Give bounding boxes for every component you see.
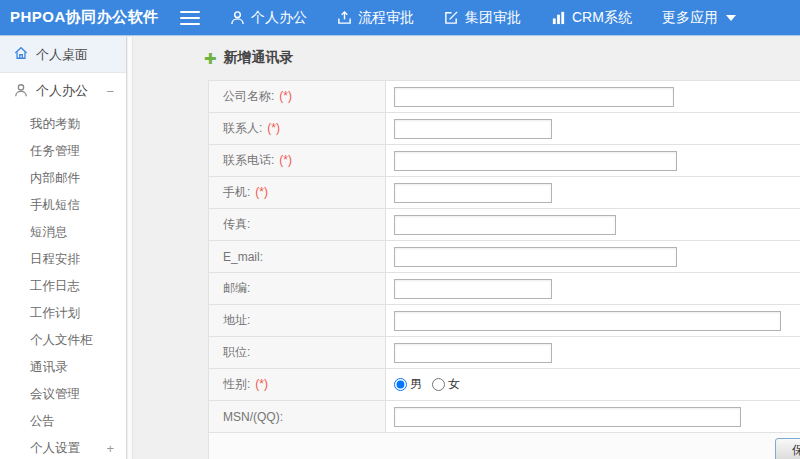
sidebar-item-meeting-management[interactable]: 会议管理	[0, 381, 126, 408]
nav-label: 流程审批	[358, 9, 414, 27]
top-nav: 个人办公 流程审批 集团审批 CRM系统	[230, 9, 736, 27]
sidebar-item-my-attendance[interactable]: 我的考勤	[0, 111, 126, 138]
field-label: 职位:	[223, 345, 250, 359]
form-row-zip: 邮编:	[209, 273, 800, 305]
nav-personal-office[interactable]: 个人办公	[230, 9, 307, 27]
form-row-msn: MSN/(QQ):	[209, 401, 800, 433]
sidebar-item-address-book[interactable]: 通讯录	[0, 354, 126, 381]
contact-person-input[interactable]	[394, 119, 552, 139]
field-label: 性别:	[223, 377, 250, 391]
required-mark: (*)	[255, 377, 268, 391]
fax-input[interactable]	[394, 215, 616, 235]
bar-chart-icon	[551, 10, 566, 25]
gender-radio-group: 男 女	[394, 376, 800, 393]
chevron-down-icon	[726, 15, 736, 21]
gender-male-radio[interactable]	[394, 378, 407, 391]
sidebar-item-internal-mail[interactable]: 内部邮件	[0, 165, 126, 192]
form-row-phone: 联系电话:(*)	[209, 145, 800, 177]
sidebar-item-announcement[interactable]: 公告	[0, 408, 126, 435]
sidebar-item-schedule[interactable]: 日程安排	[0, 246, 126, 273]
field-label: 联系人:	[223, 121, 262, 135]
form-row-email: E_mail:	[209, 241, 800, 273]
sidebar-item-label: 个人办公	[36, 82, 88, 100]
user-icon	[230, 10, 245, 25]
field-label: 手机:	[223, 185, 250, 199]
sidebar-scrollbar[interactable]	[128, 37, 133, 459]
nav-label: 更多应用	[662, 9, 718, 27]
nav-label: 集团审批	[465, 9, 521, 27]
edit-square-icon	[444, 10, 459, 25]
gender-female-option[interactable]: 女	[432, 376, 460, 393]
sidebar: 个人桌面 个人办公 − 我的考勤 任务管理 内部邮件 手机短信 短消息 日程安排…	[0, 37, 127, 459]
required-mark: (*)	[267, 121, 280, 135]
required-mark: (*)	[279, 153, 292, 167]
nav-label: 个人办公	[251, 9, 307, 27]
sidebar-item-personal-office[interactable]: 个人办公 −	[0, 73, 126, 109]
process-upload-icon	[337, 10, 352, 25]
sidebar-item-label: 个人桌面	[36, 46, 88, 64]
form-row-mobile: 手机:(*)	[209, 177, 800, 209]
gender-male-option[interactable]: 男	[394, 376, 422, 393]
nav-process-approval[interactable]: 流程审批	[337, 9, 414, 27]
msn-qq-input[interactable]	[394, 407, 741, 427]
home-icon	[14, 46, 28, 63]
expand-icon[interactable]: +	[106, 435, 114, 459]
sidebar-item-work-log[interactable]: 工作日志	[0, 273, 126, 300]
form-row-position: 职位:	[209, 337, 800, 369]
sidebar-item-personal-settings[interactable]: 个人设置+	[0, 435, 126, 459]
plus-icon: ✚	[204, 51, 217, 66]
sidebar-item-personal-file-cabinet[interactable]: 个人文件柜	[0, 327, 126, 354]
sidebar-item-short-message[interactable]: 短消息	[0, 219, 126, 246]
gender-female-radio[interactable]	[432, 378, 445, 391]
main-content: ✚ 新增通讯录 公司名称:(*) 联系人:(*) 联系电话:(*) 手机:(*)	[134, 37, 800, 459]
field-label: 传真:	[223, 217, 250, 231]
field-label: 联系电话:	[223, 153, 274, 167]
page-title-text: 新增通讯录	[224, 49, 294, 67]
zip-code-input[interactable]	[394, 279, 552, 299]
required-mark: (*)	[255, 185, 268, 199]
nav-more-apps[interactable]: 更多应用	[662, 9, 736, 27]
sidebar-item-task-management[interactable]: 任务管理	[0, 138, 126, 165]
field-label: E_mail:	[223, 250, 263, 264]
app-logo: PHPOA协同办公软件	[0, 8, 172, 27]
nav-crm-system[interactable]: CRM系统	[551, 9, 632, 27]
mobile-input[interactable]	[394, 183, 552, 203]
sidebar-item-mobile-sms[interactable]: 手机短信	[0, 192, 126, 219]
person-icon	[14, 83, 28, 100]
field-label: 邮编:	[223, 281, 250, 295]
position-input[interactable]	[394, 343, 552, 363]
collapse-icon[interactable]: −	[106, 84, 114, 99]
form-row-address: 地址:	[209, 305, 800, 337]
page-title: ✚ 新增通讯录	[204, 49, 294, 67]
sidebar-item-personal-desktop[interactable]: 个人桌面	[0, 37, 126, 73]
nav-group-approval[interactable]: 集团审批	[444, 9, 521, 27]
address-input[interactable]	[394, 311, 781, 331]
field-label: 地址:	[223, 313, 250, 327]
contact-phone-input[interactable]	[394, 151, 677, 171]
save-button[interactable]: 保存	[775, 438, 800, 459]
hamburger-menu-icon[interactable]	[180, 11, 200, 25]
email-input[interactable]	[394, 247, 677, 267]
form-row-fax: 传真:	[209, 209, 800, 241]
nav-label: CRM系统	[572, 9, 632, 27]
form-row-contact: 联系人:(*)	[209, 113, 800, 145]
field-label: 公司名称:	[223, 89, 274, 103]
required-mark: (*)	[279, 89, 292, 103]
top-header: PHPOA协同办公软件 个人办公 流程审批	[0, 0, 800, 36]
field-label: MSN/(QQ):	[223, 410, 283, 424]
company-name-input[interactable]	[394, 87, 674, 107]
contact-form: 公司名称:(*) 联系人:(*) 联系电话:(*) 手机:(*) 传真:	[208, 80, 800, 459]
form-row-gender: 性别:(*) 男 女	[209, 369, 800, 401]
sidebar-submenu: 我的考勤 任务管理 内部邮件 手机短信 短消息 日程安排 工作日志 工作计划 个…	[0, 111, 126, 459]
form-row-company: 公司名称:(*)	[209, 81, 800, 113]
sidebar-item-work-plan[interactable]: 工作计划	[0, 300, 126, 327]
form-footer-row	[209, 433, 800, 459]
